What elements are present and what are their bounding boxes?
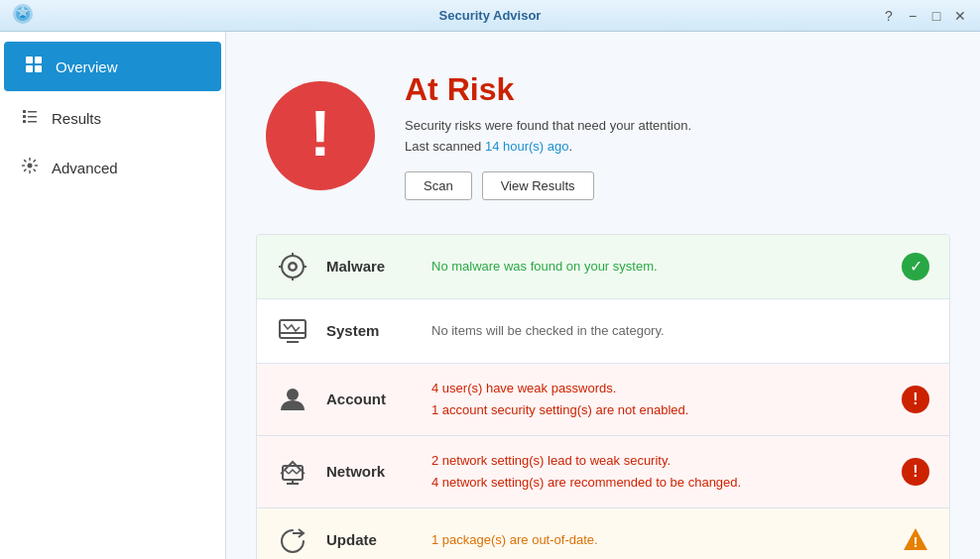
sidebar-item-results[interactable]: Results — [0, 93, 225, 143]
system-label: System — [326, 322, 416, 339]
account-desc: 4 user(s) have weak passwords. 1 account… — [431, 378, 884, 421]
status-title: At Risk — [405, 71, 940, 108]
minimize-button[interactable]: − — [905, 8, 920, 24]
malware-icon — [275, 249, 310, 284]
malware-label: Malware — [326, 258, 416, 275]
svg-rect-3 — [26, 56, 33, 63]
sidebar: Overview Results — [0, 32, 226, 559]
advanced-icon — [20, 157, 40, 178]
svg-rect-7 — [23, 110, 26, 113]
svg-rect-9 — [23, 115, 26, 118]
content-area: ! At Risk Security risks were found that… — [226, 32, 980, 559]
account-label: Account — [326, 391, 416, 407]
status-description: Security risks were found that need your… — [405, 116, 940, 158]
sidebar-item-overview[interactable]: Overview — [4, 42, 221, 91]
svg-point-25 — [287, 389, 299, 400]
status-info: At Risk Security risks were found that n… — [405, 71, 940, 200]
update-status: ! — [900, 524, 931, 556]
system-desc: No items will be checked in the category… — [431, 320, 884, 342]
maximize-button[interactable]: □ — [928, 8, 944, 24]
network-desc-line2: 4 network setting(s) are recommended to … — [431, 475, 741, 490]
security-row-malware[interactable]: Malware No malware was found on your sys… — [257, 235, 949, 299]
scan-button[interactable]: Scan — [405, 171, 472, 200]
app-logo — [12, 3, 34, 29]
help-button[interactable]: ? — [881, 8, 897, 24]
malware-desc: No malware was found on your system. — [431, 256, 884, 278]
sidebar-item-advanced-label: Advanced — [52, 160, 118, 176]
network-error-icon: ! — [902, 458, 929, 486]
check-icon: ✓ — [902, 253, 929, 280]
sidebar-item-advanced[interactable]: Advanced — [0, 143, 225, 192]
title-bar: Security Advisor ? − □ ✕ — [0, 0, 980, 32]
malware-status: ✓ — [900, 251, 931, 282]
svg-rect-5 — [26, 65, 33, 72]
security-row-update[interactable]: Update 1 package(s) are out-of-date. ! — [257, 508, 949, 559]
security-row-system[interactable]: System No items will be checked in the c… — [257, 299, 949, 364]
view-results-button[interactable]: View Results — [482, 171, 594, 200]
status-desc-suffix: . — [569, 139, 573, 154]
update-icon — [275, 522, 310, 558]
system-icon — [275, 313, 310, 349]
status-section: ! At Risk Security risks were found that… — [256, 52, 950, 230]
account-status: ! — [900, 384, 931, 415]
main-container: Overview Results — [0, 32, 980, 559]
svg-rect-12 — [28, 121, 37, 123]
status-desc-line1: Security risks were found that need your… — [405, 118, 691, 133]
svg-point-13 — [28, 164, 33, 168]
svg-rect-4 — [35, 56, 42, 63]
update-label: Update — [326, 531, 416, 548]
account-desc-line1: 4 user(s) have weak passwords. — [431, 381, 616, 395]
network-desc-line1: 2 network setting(s) lead to weak securi… — [431, 453, 671, 468]
svg-point-20 — [291, 264, 296, 269]
sidebar-item-results-label: Results — [52, 110, 101, 127]
security-row-account[interactable]: Account 4 user(s) have weak passwords. 1… — [257, 364, 949, 436]
account-error-icon: ! — [902, 386, 929, 413]
security-list: Malware No malware was found on your sys… — [256, 234, 950, 559]
svg-rect-10 — [28, 116, 37, 118]
svg-rect-21 — [280, 320, 306, 338]
close-button[interactable]: ✕ — [952, 8, 968, 24]
sidebar-item-overview-label: Overview — [56, 58, 118, 75]
network-label: Network — [326, 463, 416, 480]
update-desc: 1 package(s) are out-of-date. — [431, 529, 884, 551]
network-desc: 2 network setting(s) lead to weak securi… — [431, 450, 884, 494]
svg-rect-8 — [28, 111, 37, 113]
results-icon — [20, 107, 40, 129]
network-status: ! — [900, 456, 931, 488]
overview-icon — [24, 56, 44, 77]
account-icon — [275, 382, 310, 417]
svg-text:!: ! — [914, 534, 919, 550]
network-icon — [275, 454, 310, 490]
svg-rect-11 — [23, 120, 26, 123]
status-circle: ! — [266, 81, 375, 190]
system-status — [900, 315, 931, 347]
security-row-network[interactable]: Network 2 network setting(s) lead to wea… — [257, 436, 949, 508]
window-title: Security Advisor — [439, 8, 542, 23]
status-buttons: Scan View Results — [405, 171, 940, 200]
svg-rect-6 — [35, 65, 42, 72]
status-scan-link[interactable]: 14 hour(s) ago — [485, 139, 569, 154]
status-exclamation: ! — [309, 102, 330, 166]
account-desc-line2: 1 account security setting(s) are not en… — [431, 402, 688, 417]
status-desc-prefix: Last scanned — [405, 139, 485, 154]
